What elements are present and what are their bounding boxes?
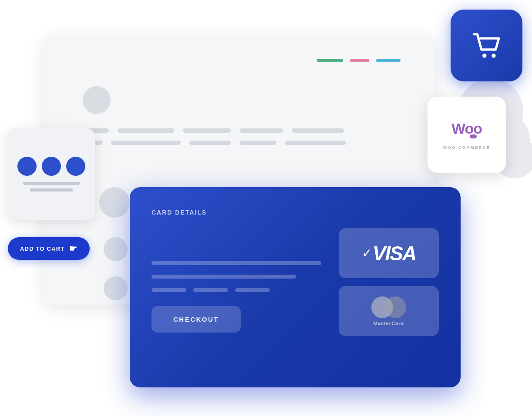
avatar <box>83 86 111 114</box>
checkout-label: CHECKOUT <box>173 316 219 323</box>
mastercard-logo: MasterCard <box>371 296 406 326</box>
product-lines <box>23 182 80 192</box>
progress-bar-pink <box>350 59 369 62</box>
mc-circles <box>371 296 406 318</box>
expiry-line <box>152 288 186 292</box>
line <box>118 128 174 133</box>
progress-bars <box>317 59 401 62</box>
product-thumbnail-1 <box>99 187 130 218</box>
add-to-cart-label: ADD TO CART <box>20 245 65 252</box>
svg-point-1 <box>492 54 495 57</box>
expiry-line-2 <box>193 288 228 292</box>
line <box>239 128 283 133</box>
checkout-button[interactable]: CHECKOUT <box>152 306 241 333</box>
line <box>285 141 346 145</box>
product-line <box>30 188 73 192</box>
card-number-line <box>152 261 321 265</box>
cvv-line <box>235 288 270 292</box>
add-to-cart-button[interactable]: ADD TO CART ☛ <box>8 237 90 260</box>
product-dot-3 <box>66 157 85 176</box>
progress-bar-green <box>317 59 343 62</box>
visa-label: VISA <box>373 242 416 265</box>
line <box>292 128 344 133</box>
payment-card: CARD DETAILS CHECKOUT ✓ VISA <box>130 187 461 387</box>
woo-sub-label: WOO COMMERCE <box>443 145 491 150</box>
card-form-right: ✓ VISA MasterCard <box>339 228 439 366</box>
line <box>183 128 231 133</box>
product-thumbnail-2 <box>104 237 128 261</box>
line-row-2 <box>70 141 409 145</box>
woo-logo-text: Woo <box>451 120 482 137</box>
card-form-left: CHECKOUT <box>152 228 321 366</box>
line-row-1 <box>70 128 409 133</box>
progress-bar-blue <box>376 59 401 62</box>
card-name-line <box>152 275 296 279</box>
line <box>239 141 276 145</box>
cart-badge <box>451 10 522 81</box>
card-details-label: CARD DETAILS <box>152 209 439 216</box>
scene: ADD TO CART ☛ CARD DETAILS CHECKOUT <box>0 0 532 417</box>
mastercard-option[interactable]: MasterCard <box>339 286 439 336</box>
svg-point-0 <box>482 54 486 57</box>
visa-option[interactable]: ✓ VISA <box>339 228 439 278</box>
card-form-area: CHECKOUT ✓ VISA MasterCard <box>152 228 439 366</box>
woo-bubble <box>470 135 477 138</box>
line <box>111 141 181 145</box>
product-line <box>23 182 80 185</box>
card-expiry-row <box>152 288 321 292</box>
product-card <box>8 128 95 220</box>
product-dot-2 <box>42 157 61 176</box>
content-lines <box>70 128 409 153</box>
cursor-icon: ☛ <box>69 244 77 253</box>
woo-logo: Woo <box>451 120 482 138</box>
line <box>189 141 231 145</box>
product-thumbnail-3 <box>104 276 128 300</box>
product-dots <box>17 157 85 176</box>
product-dot-1 <box>17 157 37 176</box>
mc-circle-right <box>384 296 406 318</box>
woo-commerce-badge: Woo WOO COMMERCE <box>428 97 506 173</box>
cart-icon <box>470 29 503 62</box>
visa-tick: ✓ <box>362 246 372 260</box>
mastercard-label: MasterCard <box>374 321 404 326</box>
